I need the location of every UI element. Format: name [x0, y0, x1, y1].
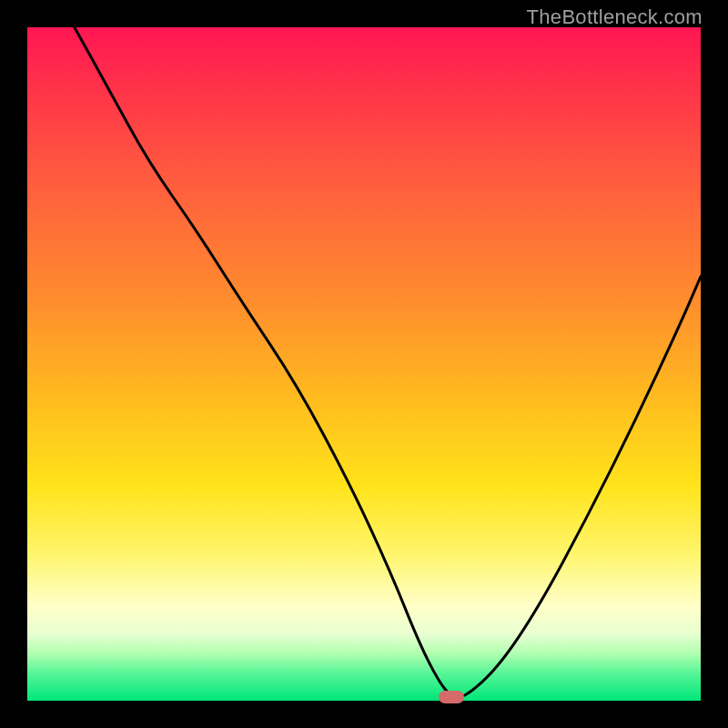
watermark-text: TheBottleneck.com: [527, 5, 703, 29]
optimal-marker: [439, 691, 464, 703]
bottleneck-curve: [27, 27, 701, 701]
chart-frame: TheBottleneck.com: [0, 0, 728, 728]
plot-area: [27, 27, 701, 701]
